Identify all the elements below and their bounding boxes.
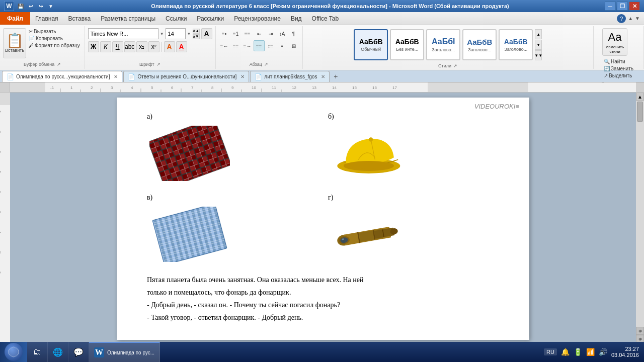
text-color-btn[interactable]: A (176, 41, 187, 52)
tab-3[interactable]: 📄 лит планир6klass_fgos ✕ (250, 71, 330, 82)
new-tab-btn[interactable]: + (331, 71, 341, 82)
redo-qa-btn[interactable]: ↪ (36, 2, 45, 11)
change-styles-btn[interactable]: Аа Изменить стили (602, 28, 627, 56)
subscript-btn[interactable]: x₂ (136, 41, 147, 52)
font-name-box[interactable]: Times New R... (88, 28, 158, 39)
menu-insert[interactable]: Вставка (63, 12, 96, 25)
font-size-arrow[interactable]: ▼ (187, 32, 191, 36)
clipboard-expand-icon[interactable]: ↗ (57, 62, 61, 67)
borders-btn[interactable]: ⊞ (288, 40, 299, 51)
taskbar-word[interactable]: W Олимпиада по рус... (89, 342, 160, 362)
align-left-btn[interactable]: ≡← (219, 40, 230, 51)
tab-2-close[interactable]: ✕ (240, 74, 245, 79)
taskbar-explorer[interactable]: 🗂 (27, 342, 48, 362)
multilevel-btn[interactable]: ≡≡ (242, 28, 253, 39)
select-btn[interactable]: ↗ Выделить (602, 72, 635, 79)
taskbar-skype[interactable]: 💬 (68, 342, 89, 362)
menu-file[interactable]: Файл (0, 12, 30, 25)
find-btn[interactable]: 🔍 Найти (602, 58, 635, 65)
menu-refs[interactable]: Ссылки (160, 12, 192, 25)
img-cell-c: в) (147, 194, 318, 264)
style-heading3-label: Заголово... (504, 47, 527, 52)
ribbon: 📋 Вставить ✂ Вырезать 📄 Копировать 🖌 Фор… (0, 25, 644, 70)
menu-officetab[interactable]: Office Tab (307, 12, 344, 25)
menu-layout[interactable]: Разметка страницы (96, 12, 160, 25)
tab-3-close[interactable]: ✕ (321, 74, 325, 79)
scroll-track[interactable] (636, 101, 644, 327)
font-shrink-btn[interactable]: a▼ (193, 34, 200, 39)
styles-more[interactable]: ▼▼ (535, 50, 542, 60)
scroll-up-btn[interactable]: ▲ (636, 93, 644, 101)
tab-1[interactable]: 📄 Олимпиада по русск...ункциональности] … (2, 71, 122, 82)
paste-button[interactable]: 📋 Вставить (3, 28, 26, 58)
titlebar: W 💾 ↩ ↪ ▼ Олимпиада по русской литератур… (0, 0, 644, 12)
taskbar-lang[interactable]: RU (544, 348, 557, 355)
minimize-ribbon-btn[interactable]: ▲ (628, 16, 633, 21)
replace-btn[interactable]: 🔄 Заменить (602, 65, 635, 72)
tab-1-close[interactable]: ✕ (114, 74, 118, 79)
style-no-interval[interactable]: АаБбВ Без инте... (390, 29, 424, 60)
font-grow-btn[interactable]: A▲ (193, 29, 200, 34)
increase-indent-btn[interactable]: ⇥ (265, 28, 276, 39)
show-marks-btn[interactable]: ¶ (288, 28, 299, 39)
start-button[interactable] (0, 342, 27, 362)
italic-btn[interactable]: К (100, 41, 111, 52)
expand-ribbon-btn[interactable]: ▼ (635, 16, 640, 21)
superscript-btn[interactable]: x² (148, 41, 159, 52)
styles-scroll-up[interactable]: ▲ (535, 29, 542, 39)
tray-notification-icon[interactable]: 🔔 (561, 348, 570, 356)
close-btn[interactable]: ✕ (629, 2, 640, 11)
scroll-thumb[interactable] (637, 102, 643, 122)
more-qa-btn[interactable]: ▼ (46, 2, 55, 11)
taskbar-chrome[interactable]: 🌐 (48, 342, 68, 362)
undo-qa-btn[interactable]: ↩ (26, 2, 35, 11)
tab-2[interactable]: 📄 Ответы и решения О...функциональности]… (123, 71, 249, 82)
underline-btn[interactable]: Ч (112, 41, 123, 52)
cut-btn[interactable]: ✂ Вырезать (27, 28, 82, 35)
align-right-btn[interactable]: ≡→ (242, 40, 253, 51)
style-heading3[interactable]: АаБбВ Заголово... (499, 29, 533, 60)
strikethrough-btn[interactable]: аbc (124, 41, 135, 52)
help-btn[interactable]: ? (617, 14, 626, 23)
styles-scroll-down[interactable]: ▼ (535, 40, 542, 50)
sort-btn[interactable]: ↕A (277, 28, 288, 39)
menu-home[interactable]: Главная (30, 12, 63, 25)
style-no-interval-label: Без инте... (396, 47, 418, 52)
style-heading1[interactable]: АаБбI Заголово... (426, 29, 460, 60)
bullets-btn[interactable]: ≡• (219, 28, 230, 39)
bold-btn[interactable]: Ж (88, 41, 99, 52)
tab-1-label: Олимпиада по русск...ункциональности] (16, 74, 110, 79)
numbering-btn[interactable]: ≡1 (230, 28, 242, 39)
font-content: Times New R... ▼ 14 ▼ A▲ a▼ A Ж К Ч аbc … (87, 27, 213, 61)
clear-format-btn[interactable]: A (201, 28, 212, 39)
font-size-box[interactable]: 14 (166, 28, 186, 39)
align-justify-btn[interactable]: ≡≡ (254, 40, 265, 51)
style-normal[interactable]: АаБбВ Обычный (354, 29, 388, 60)
menubar: Файл Главная Вставка Разметка страницы С… (0, 12, 644, 25)
format-copy-btn[interactable]: 🖌 Формат по образцу (27, 42, 82, 49)
svg-text:5: 5 (151, 85, 153, 90)
menu-view[interactable]: Вид (286, 12, 307, 25)
style-heading2[interactable]: АаБбВ Заголово... (462, 29, 497, 60)
tray-volume-icon[interactable]: 🔊 (599, 348, 607, 356)
align-center-btn[interactable]: ≡≡ (230, 40, 242, 51)
chrome-icon: 🌐 (53, 347, 63, 357)
svg-text:9: 9 (0, 272, 2, 274)
clock-date: 03.04.2016 (611, 352, 639, 358)
menu-mail[interactable]: Рассылки (192, 12, 229, 25)
text-highlight-btn[interactable]: A (164, 41, 175, 52)
shading-btn[interactable]: ▪ (277, 40, 288, 51)
styles-expand-icon[interactable]: ↗ (453, 63, 457, 68)
decrease-indent-btn[interactable]: ⇤ (254, 28, 265, 39)
font-name-arrow[interactable]: ▼ (160, 32, 164, 36)
font-expand-icon[interactable]: ↗ (156, 62, 160, 67)
restore-btn[interactable]: ❐ (617, 2, 628, 11)
menu-review[interactable]: Рецензирование (229, 12, 286, 25)
copy-btn[interactable]: 📄 Копировать (27, 35, 82, 42)
para-expand-icon[interactable]: ↗ (264, 62, 268, 67)
save-qa-btn[interactable]: 💾 (16, 2, 25, 11)
img-cell-a: а) (147, 113, 318, 184)
minimize-btn[interactable]: ─ (605, 2, 616, 11)
page-up-btn[interactable]: ⊕ (636, 327, 644, 335)
line-spacing-btn[interactable]: ↕≡ (265, 40, 276, 51)
